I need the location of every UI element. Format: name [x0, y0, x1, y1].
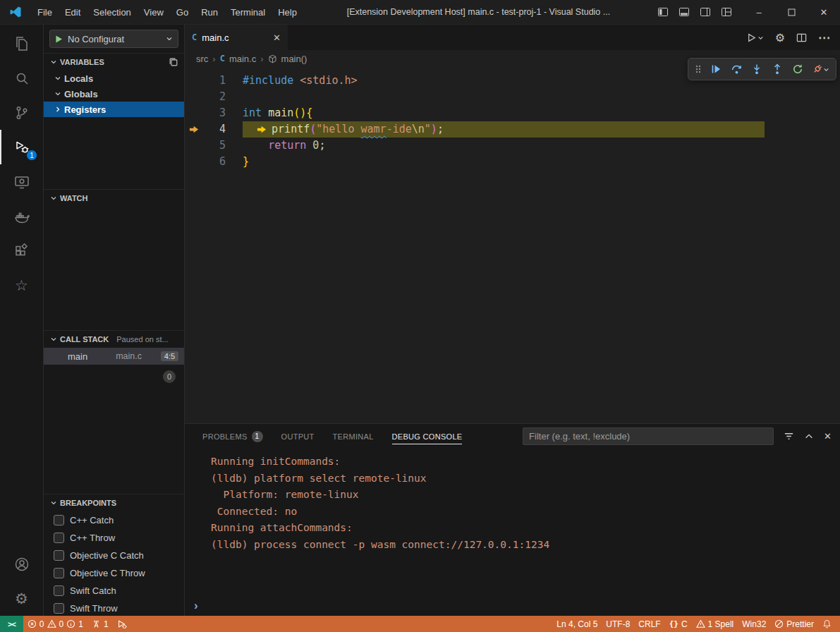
breakpoint-item-swift-catch[interactable]: Swift Catch	[44, 582, 184, 600]
code-line-2[interactable]: 2	[185, 89, 840, 105]
tab-main-c[interactable]: C main.c ✕	[185, 25, 288, 50]
collapse-all-icon[interactable]	[169, 57, 178, 67]
chevron-right-icon	[54, 105, 62, 114]
gutter-glyph[interactable]	[185, 138, 203, 154]
step-over-icon[interactable]	[726, 59, 746, 79]
source-control-icon[interactable]	[0, 95, 43, 130]
gutter-glyph[interactable]	[185, 154, 203, 170]
gutter-glyph[interactable]	[185, 89, 203, 105]
code-line-3[interactable]: 3int main(){	[185, 105, 840, 121]
breadcrumb-folder[interactable]: src	[196, 54, 208, 64]
checkbox-unchecked[interactable]	[54, 568, 64, 578]
debug-status-icon[interactable]	[113, 616, 131, 632]
breadcrumb-symbol[interactable]: main()	[281, 54, 308, 64]
cursor-position[interactable]: Ln 4, Col 5	[552, 616, 602, 632]
run-file-button[interactable]	[746, 32, 764, 43]
toggle-sidebar-icon[interactable]	[654, 1, 672, 23]
breakpoint-item-objective-c-throw[interactable]: Objective C Throw	[44, 564, 184, 582]
notifications-bell-icon[interactable]	[818, 616, 836, 632]
toggle-panel-icon[interactable]	[675, 1, 693, 23]
start-debugging-icon[interactable]	[54, 35, 63, 44]
gutter-glyph[interactable]	[185, 105, 203, 121]
watch-header[interactable]: WATCH	[44, 190, 184, 207]
step-out-icon[interactable]	[767, 59, 787, 79]
toolbar-grip-icon[interactable]	[691, 59, 705, 79]
menu-item-terminal[interactable]: Terminal	[224, 0, 272, 24]
menu-item-run[interactable]: Run	[195, 0, 224, 24]
breakpoint-item-swift-throw[interactable]: Swift Throw	[44, 600, 184, 616]
checkbox-unchecked[interactable]	[54, 533, 64, 543]
checkbox-unchecked[interactable]	[54, 585, 64, 596]
extensions-icon[interactable]	[0, 233, 43, 268]
eol-status[interactable]: CRLF	[634, 616, 664, 632]
current-stackframe-icon[interactable]	[185, 121, 203, 138]
settings-gear-icon[interactable]: ⚙	[0, 581, 43, 616]
variables-header[interactable]: VARIABLES	[44, 54, 184, 71]
gear-icon[interactable]: ⚙	[775, 31, 785, 44]
panel-tab-debug-console[interactable]: DEBUG CONSOLE	[392, 424, 463, 449]
search-icon[interactable]	[0, 61, 43, 95]
code-line-5[interactable]: 5 return 0;	[185, 138, 840, 154]
console-input-row[interactable]: ›	[185, 596, 840, 616]
prettier-status[interactable]: Prettier	[770, 616, 818, 632]
restart-icon[interactable]	[787, 59, 808, 79]
debug-configuration-dropdown[interactable]: No Configurat	[49, 30, 178, 48]
maximize-panel-icon[interactable]	[804, 432, 814, 442]
language-mode[interactable]: {}C	[665, 616, 692, 632]
variables-scope-registers[interactable]: Registers	[44, 102, 184, 117]
panel-tab-terminal[interactable]: TERMINAL	[333, 424, 374, 449]
checkbox-unchecked[interactable]	[54, 603, 64, 614]
step-into-icon[interactable]	[746, 59, 767, 79]
breakpoint-item-c-catch[interactable]: C++ Catch	[44, 511, 184, 529]
variables-scope-locals[interactable]: Locals	[44, 71, 184, 86]
close-panel-icon[interactable]: ✕	[824, 431, 832, 442]
problems-status[interactable]: 0 0 1	[23, 616, 87, 632]
gutter-glyph[interactable]	[185, 73, 203, 89]
stack-frame-row[interactable]: main main.c 4:5	[44, 348, 184, 365]
ports-status[interactable]: 1	[87, 616, 113, 632]
star-icon[interactable]: ☆	[0, 268, 43, 303]
breadcrumb-file[interactable]: main.c	[229, 54, 256, 64]
menu-item-help[interactable]: Help	[272, 0, 303, 24]
split-editor-icon[interactable]	[796, 32, 807, 43]
menu-item-selection[interactable]: Selection	[87, 0, 137, 24]
close-tab-icon[interactable]: ✕	[273, 32, 281, 43]
customize-layout-icon[interactable]	[717, 1, 736, 23]
remote-indicator[interactable]: ><	[0, 616, 23, 632]
checkbox-unchecked[interactable]	[54, 515, 64, 525]
accounts-icon[interactable]	[0, 547, 43, 581]
close-window-button[interactable]: ✕	[808, 0, 840, 25]
platform-status[interactable]: Win32	[738, 616, 770, 632]
spell-checker-status[interactable]: 1 Spell	[692, 616, 738, 632]
minimize-button[interactable]: –	[743, 0, 775, 25]
breakpoints-header[interactable]: BREAKPOINTS	[44, 494, 184, 511]
toggle-secondary-sidebar-icon[interactable]	[696, 1, 714, 23]
console-filter-input[interactable]	[523, 427, 774, 445]
inline-breakpoint-icon[interactable]	[257, 124, 267, 135]
explorer-icon[interactable]	[0, 26, 43, 61]
run-and-debug-icon[interactable]: 1	[0, 130, 43, 164]
disconnect-icon[interactable]	[808, 59, 833, 79]
menu-item-edit[interactable]: Edit	[59, 0, 87, 24]
filter-lines-icon[interactable]	[784, 431, 794, 442]
maximize-button[interactable]	[775, 0, 808, 25]
docker-icon[interactable]	[0, 199, 43, 233]
breakpoint-item-c-throw[interactable]: C++ Throw	[44, 529, 184, 547]
menu-item-file[interactable]: File	[31, 0, 59, 24]
more-actions-icon[interactable]: ⋯	[818, 30, 830, 45]
checkbox-unchecked[interactable]	[54, 550, 64, 561]
continue-icon[interactable]	[705, 59, 726, 79]
code-editor[interactable]: 1#include <stdio.h>23int main(){4 printf…	[185, 67, 840, 423]
code-line-6[interactable]: 6}	[185, 154, 840, 170]
menu-item-go[interactable]: Go	[170, 0, 195, 24]
variables-scope-globals[interactable]: Globals	[44, 86, 184, 102]
menu-item-view[interactable]: View	[138, 0, 170, 24]
encoding-status[interactable]: UTF-8	[602, 616, 634, 632]
code-line-4[interactable]: 4 printf("hello wamr-ide\n");	[185, 121, 840, 138]
panel-tab-output[interactable]: OUTPUT	[281, 424, 315, 449]
tab-label: main.c	[202, 32, 229, 43]
call-stack-header[interactable]: CALL STACK Paused on st...	[44, 331, 184, 348]
panel-tab-problems[interactable]: PROBLEMS1	[202, 424, 263, 449]
remote-explorer-icon[interactable]	[0, 164, 43, 199]
breakpoint-item-objective-c-catch[interactable]: Objective C Catch	[44, 547, 184, 564]
